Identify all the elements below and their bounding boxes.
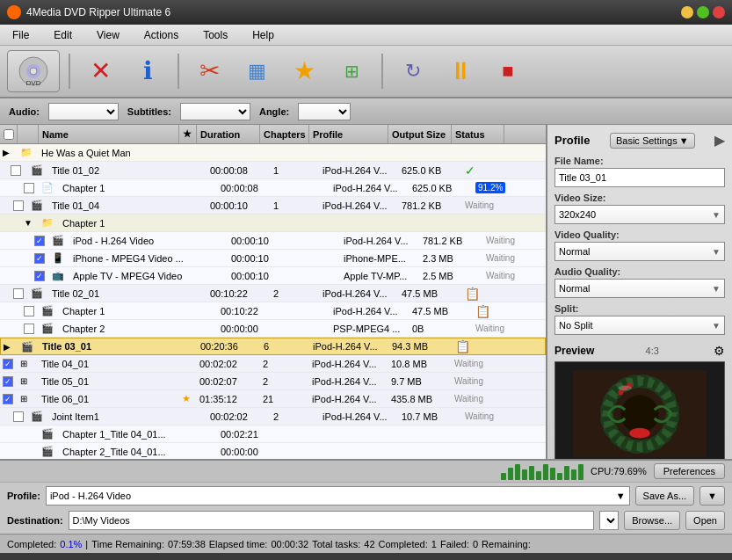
expand-icon[interactable]: ▶ <box>4 342 14 352</box>
table-row[interactable]: 🎬 Chapter 1_Title 04_01... 00:02:21 <box>0 425 546 443</box>
menu-view[interactable]: View <box>91 27 125 43</box>
browse-button[interactable]: Browse... <box>624 511 680 530</box>
table-row[interactable]: ⊞ Title 05_01 00:02:07 2 iPod-H.264 V...… <box>0 373 546 390</box>
table-row[interactable]: 🎬 Title 01_04 00:00:10 1 iPod-H.264 V...… <box>0 197 546 215</box>
split-select[interactable]: No Split ▼ <box>554 316 725 335</box>
preferences-button[interactable]: Preferences <box>654 463 725 479</box>
table-row[interactable]: ⊞ Title 06_01 ★ 01:35:12 21 iPod-H.264 V… <box>0 390 546 408</box>
col-header-profile[interactable]: Profile <box>309 125 388 143</box>
menu-file[interactable]: File <box>7 27 34 43</box>
row-checkbox[interactable] <box>3 376 13 387</box>
file-icon: 🎬 <box>28 408 49 425</box>
row-checkbox[interactable] <box>34 236 45 246</box>
effect-button[interactable]: ▦ <box>236 50 278 92</box>
table-row[interactable]: ▶ 📁 He Was a Quiet Man <box>0 144 546 162</box>
file-list[interactable]: Name ★ Duration Chapters Profile Output … <box>0 125 547 459</box>
star-cell <box>190 162 207 178</box>
table-row[interactable]: 📱 iPhone - MPEG4 Video ... 00:00:10 iPho… <box>0 250 546 267</box>
video-size-select[interactable]: 320x240 ▼ <box>554 205 725 224</box>
total-tasks-label: Total tasks: <box>312 539 360 549</box>
row-name: Title 02_01 <box>49 285 190 302</box>
row-checkbox[interactable] <box>34 271 45 281</box>
cut-button[interactable]: ✂ <box>188 50 230 92</box>
col-header-status[interactable]: Status <box>452 125 504 143</box>
row-checkbox[interactable] <box>13 411 24 422</box>
col-header-chapters[interactable]: Chapters <box>260 125 309 143</box>
row-checkbox[interactable] <box>3 359 13 369</box>
table-row[interactable]: 🎬 Chapter 1 00:10:22 iPod-H.264 V... 47.… <box>0 302 546 320</box>
row-checkbox[interactable] <box>13 200 24 211</box>
menu-actions[interactable]: Actions <box>139 27 184 43</box>
audio-label: Audio: <box>9 106 40 117</box>
pause-button[interactable]: ⏸ <box>439 50 482 92</box>
audio-quality-select[interactable]: Normal ▼ <box>554 279 725 298</box>
select-all-checkbox[interactable] <box>4 129 14 140</box>
status-icon: 📋 <box>465 287 480 301</box>
right-panel: Profile Basic Settings ▼ ▶ File Name: Ti… <box>547 125 732 459</box>
expand-icon[interactable]: ⊞ <box>18 390 39 407</box>
size-cell <box>409 215 473 231</box>
watermark-button[interactable]: ★ <box>283 50 325 92</box>
expand-icon[interactable]: ▼ <box>24 218 34 228</box>
table-row[interactable]: 🎬 Chapter 2 00:00:00 PSP-MPEG4 ... 0B Wa… <box>0 320 546 338</box>
basic-settings-button[interactable]: Basic Settings ▼ <box>610 133 695 149</box>
profile-cell <box>330 215 409 231</box>
maximize-button[interactable] <box>697 6 709 18</box>
table-row[interactable]: ▶ 🎬 Title 03_01 00:20:36 6 iPod-H.264 V.… <box>0 338 546 355</box>
angle-select[interactable] <box>298 103 351 120</box>
table-row[interactable]: 🎬 Title 01_02 00:00:08 1 iPod-H.264 V...… <box>0 162 546 179</box>
status-cell <box>473 425 525 442</box>
row-checkbox[interactable] <box>24 183 34 193</box>
add-subtitle-button[interactable]: ⊞ <box>330 50 373 92</box>
time-remaining-label: Time Remaining: <box>91 539 164 549</box>
duration-cell: 00:02:07 <box>197 373 260 389</box>
stop-button[interactable]: ■ <box>487 50 529 92</box>
row-checkbox[interactable] <box>13 288 24 299</box>
minimize-button[interactable] <box>681 6 693 18</box>
expand-icon[interactable]: ⊞ <box>18 355 39 372</box>
profile-select[interactable]: iPod - H.264 Video ▼ <box>46 486 630 505</box>
destination-select[interactable] <box>599 511 619 530</box>
row-checkbox[interactable] <box>11 165 21 176</box>
subtitles-select[interactable] <box>180 103 250 120</box>
forward-icon[interactable]: ▶ <box>714 132 725 149</box>
table-row[interactable]: 🎬 Title 02_01 00:10:22 2 iPod-H.264 V...… <box>0 285 546 302</box>
row-checkbox[interactable] <box>24 324 34 334</box>
table-row[interactable]: 📄 Chapter 1 00:00:08 iPod-H.264 V... 625… <box>0 179 546 197</box>
dvd-button[interactable]: DVD <box>7 50 60 92</box>
menu-tools[interactable]: Tools <box>198 27 233 43</box>
table-row[interactable]: ▼ 📁 Chapter 1 <box>0 215 546 232</box>
status-cell: Waiting <box>452 373 504 389</box>
table-row[interactable]: 📺 Apple TV - MPEG4 Video 00:00:10 Apple … <box>0 267 546 285</box>
expand-icon[interactable]: ⊞ <box>18 373 39 389</box>
table-row[interactable]: 🎬 Joint Item1 00:02:02 2 iPod-H.264 V...… <box>0 408 546 425</box>
open-button[interactable]: Open <box>685 511 725 530</box>
table-row[interactable]: ⊞ Title 04_01 00:02:02 2 iPod-H.264 V...… <box>0 355 546 373</box>
video-quality-select[interactable]: Normal ▼ <box>554 242 725 261</box>
remove-button[interactable]: ✕ <box>79 50 121 92</box>
save-as-button[interactable]: Save As... <box>635 486 695 505</box>
col-header-name[interactable]: Name <box>39 125 179 143</box>
row-checkbox[interactable] <box>34 253 45 264</box>
destination-input[interactable] <box>69 511 595 530</box>
col-header-duration[interactable]: Duration <box>197 125 260 143</box>
row-checkbox[interactable] <box>3 394 13 404</box>
row-checkbox[interactable] <box>24 306 34 316</box>
menu-edit[interactable]: Edit <box>48 27 77 43</box>
col-header-size[interactable]: Output Size <box>388 125 452 143</box>
info-button[interactable]: ℹ <box>127 50 169 92</box>
wave-bar <box>515 464 520 480</box>
table-row[interactable]: 🎬 iPod - H.264 Video 00:00:10 iPod-H.264… <box>0 232 546 250</box>
save-as-dropdown-button[interactable]: ▼ <box>699 486 725 505</box>
close-button[interactable] <box>713 6 725 18</box>
duration-cell: 00:00:00 <box>218 443 281 459</box>
expand-icon[interactable]: ▶ <box>3 148 13 157</box>
menu-help[interactable]: Help <box>247 27 279 43</box>
preview-options-icon[interactable]: ⚙ <box>714 344 725 358</box>
dropdown-arrow-icon: ▼ <box>712 210 721 220</box>
audio-quality-label: Audio Quality: <box>554 266 725 277</box>
table-row[interactable]: 🎬 Chapter 2_Title 04_01... 00:00:00 <box>0 443 546 459</box>
audio-select[interactable] <box>48 103 119 120</box>
controls-bar: Audio: Subtitles: Angle: <box>0 98 732 125</box>
convert-button[interactable]: ↻ <box>392 50 434 92</box>
